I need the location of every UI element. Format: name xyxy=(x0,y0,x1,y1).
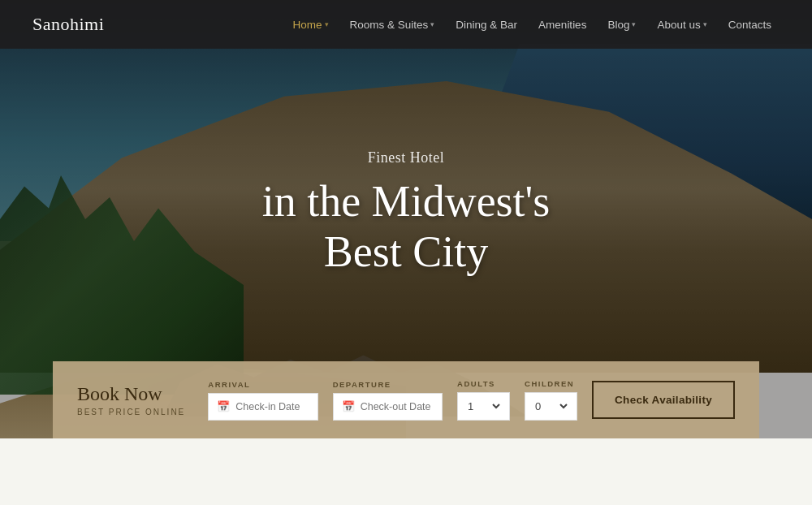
children-select[interactable]: 0 1 2 3 xyxy=(532,399,570,413)
adults-select[interactable]: 1 2 3 4 xyxy=(464,399,503,413)
calendar-icon: 📅 xyxy=(217,400,230,413)
arrival-label: ARRIVAL xyxy=(208,380,317,389)
navigation: Sanohimi Home ▾ Rooms & Suites ▾ Dining … xyxy=(0,0,812,49)
chevron-down-icon: ▾ xyxy=(325,20,329,28)
hero-subtitle: Finest Hotel xyxy=(262,149,551,166)
children-select-wrap: 0 1 2 3 xyxy=(525,392,577,421)
hero-section: Finest Hotel in the Midwest's Best City … xyxy=(0,0,812,438)
calendar-icon: 📅 xyxy=(342,400,355,413)
arrival-input-wrap[interactable]: 📅 xyxy=(208,393,317,421)
nav-item-about[interactable]: About us ▾ xyxy=(649,14,715,36)
nav-links: Home ▾ Rooms & Suites ▾ Dining & Bar Ame… xyxy=(285,14,780,36)
children-label: CHILDREN xyxy=(525,379,577,388)
nav-item-rooms[interactable]: Rooms & Suites ▾ xyxy=(342,14,443,36)
adults-field: ADULTS 1 2 3 4 xyxy=(457,379,510,421)
nav-item-contacts[interactable]: Contacts xyxy=(720,14,780,36)
book-now-section: Book Now BEST PRICE ONLINE xyxy=(77,383,185,417)
hero-content: Finest Hotel in the Midwest's Best City xyxy=(262,149,551,277)
checkout-input[interactable] xyxy=(361,401,434,412)
departure-label: DEPARTURE xyxy=(333,380,443,389)
book-now-title: Book Now xyxy=(77,383,185,404)
departure-input-wrap[interactable]: 📅 xyxy=(333,393,443,421)
children-field: CHILDREN 0 1 2 3 xyxy=(525,379,577,421)
chevron-down-icon: ▾ xyxy=(632,20,636,28)
nav-item-blog[interactable]: Blog ▾ xyxy=(599,14,644,36)
nav-item-dining[interactable]: Dining & Bar xyxy=(447,14,525,36)
site-logo[interactable]: Sanohimi xyxy=(32,14,104,35)
chevron-down-icon: ▾ xyxy=(703,20,707,28)
best-price-label: BEST PRICE ONLINE xyxy=(77,408,185,417)
arrival-field: ARRIVAL 📅 xyxy=(208,380,317,421)
page-bottom xyxy=(0,438,812,505)
chevron-down-icon: ▾ xyxy=(430,20,434,28)
hero-title: in the Midwest's Best City xyxy=(262,176,551,277)
nav-item-amenities[interactable]: Amenities xyxy=(530,14,594,36)
adults-label: ADULTS xyxy=(457,379,510,388)
booking-bar: Book Now BEST PRICE ONLINE ARRIVAL 📅 DEP… xyxy=(53,361,759,438)
adults-select-wrap: 1 2 3 4 xyxy=(457,392,510,421)
nav-item-home[interactable]: Home ▾ xyxy=(285,14,337,36)
checkin-input[interactable] xyxy=(235,401,309,412)
departure-field: DEPARTURE 📅 xyxy=(333,380,443,421)
check-availability-button[interactable]: Check Availability xyxy=(592,381,735,419)
